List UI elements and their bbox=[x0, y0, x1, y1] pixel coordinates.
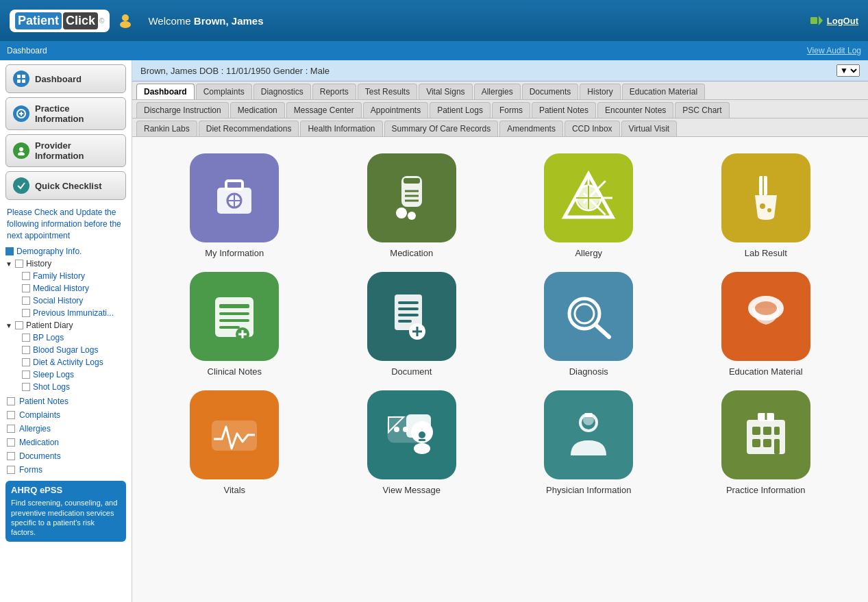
education-icon bbox=[721, 272, 810, 361]
sleep-logs-checkbox[interactable] bbox=[22, 371, 30, 379]
medication-checkbox[interactable] bbox=[7, 438, 15, 447]
tree-social-history[interactable]: Social History bbox=[5, 294, 126, 307]
user-icon bbox=[118, 13, 133, 28]
tab-rankin-labs[interactable]: Rankin Labs bbox=[136, 121, 197, 136]
tab-summary-of-care-records[interactable]: Summary Of Care Records bbox=[384, 121, 499, 136]
tab-encounter-notes[interactable]: Encounter Notes bbox=[597, 102, 673, 118]
grid-item-document[interactable]: Document bbox=[330, 272, 494, 377]
svg-point-59 bbox=[394, 427, 399, 432]
forms-checkbox[interactable] bbox=[7, 466, 15, 474]
medical-history-checkbox[interactable] bbox=[22, 284, 30, 292]
tab-medication[interactable]: Medication bbox=[230, 102, 285, 118]
blood-sugar-label: Blood Sugar Logs bbox=[33, 345, 98, 355]
tab-allergies[interactable]: Allergies bbox=[474, 84, 521, 99]
grid-item-allergy[interactable]: Allergy bbox=[507, 153, 671, 258]
sidebar-patient-notes[interactable]: Patient Notes bbox=[0, 394, 132, 408]
grid-item-clinical[interactable]: Clinical Notes bbox=[153, 272, 317, 377]
tree-diet-activity[interactable]: Diet & Activity Logs bbox=[5, 356, 126, 368]
grid-item-diagnosis[interactable]: Diagnosis bbox=[507, 272, 671, 377]
tab-ccd-inbox[interactable]: CCD Inbox bbox=[565, 121, 620, 136]
grid-label-diagnosis: Diagnosis bbox=[569, 366, 608, 377]
grid-label-clinical: Clinical Notes bbox=[208, 366, 262, 377]
svg-point-0 bbox=[122, 14, 129, 21]
tree-bp-logs[interactable]: BP Logs bbox=[5, 331, 126, 344]
patient-selector[interactable]: ▼ bbox=[836, 64, 860, 77]
grid-item-vitals[interactable]: Vitals bbox=[153, 390, 317, 495]
sidebar-complaints[interactable]: Complaints bbox=[0, 408, 132, 422]
svg-rect-36 bbox=[219, 304, 249, 308]
svg-rect-37 bbox=[219, 312, 249, 315]
social-history-checkbox[interactable] bbox=[22, 297, 30, 305]
blood-sugar-checkbox[interactable] bbox=[22, 346, 30, 354]
tab-education-material[interactable]: Education Material bbox=[622, 84, 705, 99]
tab-test-results[interactable]: Test Results bbox=[358, 84, 417, 99]
history-arrow: ▼ bbox=[5, 260, 12, 268]
grid-item-practice[interactable]: Practice Information bbox=[684, 390, 848, 495]
documents-checkbox[interactable] bbox=[7, 452, 15, 460]
sidebar-forms[interactable]: Forms bbox=[0, 463, 132, 477]
family-history-checkbox[interactable] bbox=[22, 272, 30, 280]
svg-point-33 bbox=[760, 203, 765, 209]
tab-health-information[interactable]: Health Information bbox=[300, 121, 382, 136]
tree-sleep-logs[interactable]: Sleep Logs bbox=[5, 368, 126, 381]
tab-psc-chart[interactable]: PSC Chart bbox=[675, 102, 729, 118]
sidebar-documents[interactable]: Documents bbox=[0, 449, 132, 463]
vitals-icon bbox=[190, 390, 279, 479]
tab-patient-logs[interactable]: Patient Logs bbox=[430, 102, 491, 118]
grid-item-lab[interactable]: Lab Result bbox=[684, 153, 848, 258]
grid-item-education[interactable]: Education Material bbox=[684, 272, 848, 377]
svg-rect-46 bbox=[398, 314, 419, 316]
sidebar-practice-info[interactable]: Practice Information bbox=[5, 97, 126, 130]
demography-checkbox[interactable] bbox=[5, 247, 14, 255]
tab-appointments[interactable]: Appointments bbox=[363, 102, 428, 118]
grid-item-message[interactable]: View Message bbox=[330, 390, 494, 495]
ahrq-box[interactable]: AHRQ ePSS Find screening, counseling, an… bbox=[5, 481, 126, 541]
patient-diary-checkbox[interactable] bbox=[15, 321, 23, 329]
audit-log-link[interactable]: View Audit Log bbox=[807, 46, 861, 55]
tree-prev-immunization[interactable]: Previous Immunizati... bbox=[5, 307, 126, 319]
tab-discharge-instruction[interactable]: Discharge Instruction bbox=[136, 102, 229, 118]
sidebar-dashboard[interactable]: Dashboard bbox=[5, 64, 126, 93]
tab-history[interactable]: History bbox=[580, 84, 620, 99]
logout-button[interactable]: LogOut bbox=[827, 16, 858, 26]
tab-amendments[interactable]: Amendments bbox=[499, 121, 563, 136]
tab-forms[interactable]: Forms bbox=[492, 102, 530, 118]
tab-patient-notes[interactable]: Patient Notes bbox=[532, 102, 596, 118]
svg-rect-66 bbox=[419, 439, 425, 441]
tab-virtual-visit[interactable]: Virtual Visit bbox=[621, 121, 678, 136]
sidebar-provider-info[interactable]: Provider Information bbox=[5, 134, 126, 167]
sidebar-medication[interactable]: Medication bbox=[0, 436, 132, 449]
tree-medical-history[interactable]: Medical History bbox=[5, 282, 126, 294]
tab-dashboard[interactable]: Dashboard bbox=[136, 84, 195, 99]
quick-checklist-text: Please Check and Update the following in… bbox=[0, 204, 132, 244]
tab-diet-recommendations[interactable]: Diet Recommendations bbox=[199, 121, 299, 136]
tree-family-history[interactable]: Family History bbox=[5, 270, 126, 282]
tab-documents[interactable]: Documents bbox=[522, 84, 579, 99]
dashboard-icon bbox=[13, 71, 29, 87]
tab-diagnostics[interactable]: Diagnostics bbox=[253, 84, 311, 99]
tree-patient-diary-parent[interactable]: ▼ Patient Diary bbox=[5, 319, 126, 331]
patient-notes-checkbox[interactable] bbox=[7, 397, 15, 405]
prev-immunization-checkbox[interactable] bbox=[22, 309, 30, 317]
tab-message-center[interactable]: Message Center bbox=[286, 102, 362, 118]
svg-point-12 bbox=[18, 152, 25, 155]
complaints-checkbox[interactable] bbox=[7, 411, 15, 419]
allergies-checkbox[interactable] bbox=[7, 425, 15, 433]
grid-item-medication[interactable]: Medication bbox=[330, 153, 494, 258]
diet-activity-checkbox[interactable] bbox=[22, 358, 30, 366]
shot-logs-checkbox[interactable] bbox=[22, 383, 30, 391]
history-label: History bbox=[26, 259, 51, 268]
bp-logs-checkbox[interactable] bbox=[22, 334, 30, 342]
tree-blood-sugar-logs[interactable]: Blood Sugar Logs bbox=[5, 344, 126, 356]
tab-vital-signs[interactable]: Vital Signs bbox=[419, 84, 472, 99]
tab-reports[interactable]: Reports bbox=[312, 84, 356, 99]
tree-shot-logs[interactable]: Shot Logs bbox=[5, 381, 126, 393]
grid-item-briefcase[interactable]: My Information bbox=[153, 153, 317, 258]
sidebar-allergies[interactable]: Allergies bbox=[0, 422, 132, 436]
tab-complaints[interactable]: Complaints bbox=[196, 84, 252, 99]
sidebar-quick-checklist[interactable]: Quick Checklist bbox=[5, 171, 126, 200]
history-checkbox[interactable] bbox=[15, 260, 23, 268]
tree-demography[interactable]: Demography Info. bbox=[5, 245, 126, 258]
tree-history-parent[interactable]: ▼ History bbox=[5, 258, 126, 270]
grid-item-physician[interactable]: Physician Information bbox=[507, 390, 671, 495]
